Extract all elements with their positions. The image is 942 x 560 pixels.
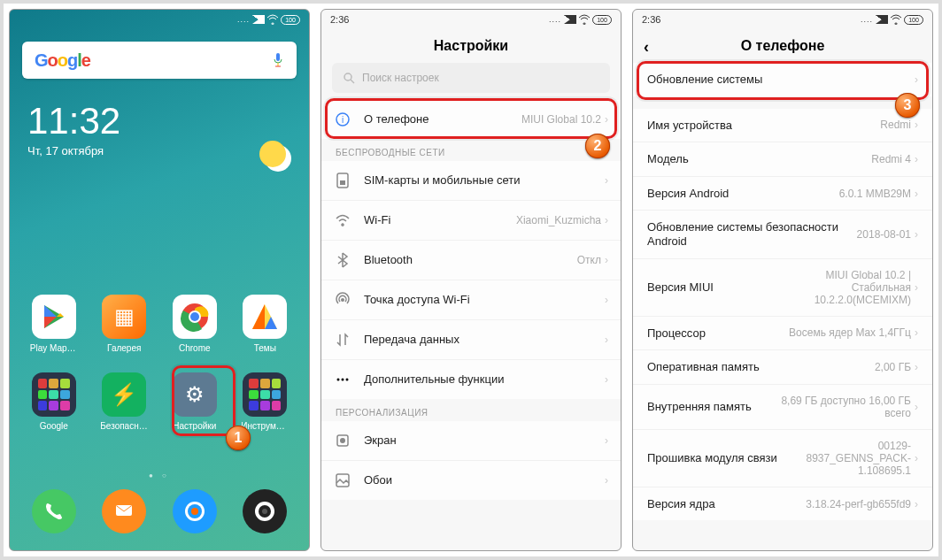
- settings-row[interactable]: Версия ядра3.18.24-perf-gb655fd9›: [633, 487, 932, 521]
- svg-point-22: [346, 379, 349, 381]
- app-dock[interactable]: [171, 489, 219, 538]
- row-label: Прошивка модуля связи: [647, 451, 778, 465]
- row-label: Дополнительные функции: [364, 372, 605, 387]
- chevron-right-icon: ›: [605, 254, 608, 266]
- app-Play Маркет[interactable]: Play Маркет: [30, 295, 78, 353]
- app-label: Безопасность: [100, 421, 148, 431]
- settings-row[interactable]: Wi-FiXiaomi_Kuzmicha›: [321, 200, 621, 240]
- settings-row[interactable]: Обновление системы безопасности Android2…: [633, 210, 932, 257]
- signal-dots-icon: ....: [237, 15, 250, 24]
- chevron-right-icon: ›: [915, 401, 918, 413]
- settings-row[interactable]: Передача данных›: [321, 319, 621, 359]
- row-label: Оперативная память: [647, 360, 875, 374]
- app-Google[interactable]: Google: [30, 372, 78, 431]
- hotspot-icon: [334, 291, 351, 309]
- row-value: 2018-08-01: [857, 228, 911, 241]
- settings-row[interactable]: Внутренняя память8,69 ГБ доступно 16,00 …: [633, 384, 932, 429]
- google-search-bar[interactable]: Google: [22, 42, 297, 79]
- app-Chrome[interactable]: Chrome: [171, 295, 219, 353]
- app-row-2: Google⚡Безопасность⚙НастройкиИнструменты: [10, 372, 309, 431]
- settings-row[interactable]: Дополнительные функции›: [321, 359, 621, 399]
- app-icon: [32, 295, 76, 339]
- highlight-settings: [172, 365, 236, 436]
- settings-row[interactable]: Прошивка модуля связи00129-8937_GENNS_PA…: [633, 429, 932, 487]
- mic-icon[interactable]: [272, 52, 284, 68]
- svg-rect-18: [340, 180, 345, 185]
- page-indicator: ● ○: [10, 472, 309, 479]
- settings-row[interactable]: SIM-карты и мобильные сети›: [321, 161, 621, 200]
- row-value: 8,69 ГБ доступно 16,00 ГБ всего: [778, 395, 911, 419]
- chevron-right-icon: ›: [605, 294, 608, 306]
- chevron-right-icon: ›: [915, 452, 918, 464]
- screen-icon: [334, 432, 351, 449]
- header-title: Настройки: [321, 29, 621, 63]
- chevron-right-icon: ›: [915, 326, 918, 339]
- settings-row[interactable]: Версия MIUIMIUI Global 10.2 | Стабильная…: [633, 258, 932, 316]
- settings-search[interactable]: Поиск настроек: [332, 63, 610, 93]
- app-dock[interactable]: [30, 489, 78, 538]
- svg-line-14: [351, 80, 354, 83]
- bt-icon: [334, 251, 351, 269]
- settings-row[interactable]: Оперативная память2,00 ГБ›: [633, 349, 932, 384]
- dock: [10, 489, 309, 538]
- svg-point-12: [262, 509, 267, 514]
- settings-row[interactable]: Версия Android6.0.1 MMB29M›: [633, 176, 932, 211]
- svg-point-19: [341, 298, 344, 302]
- app-Инструменты[interactable]: Инструменты: [241, 372, 289, 431]
- app-icon: [173, 295, 217, 339]
- search-placeholder: Поиск настроек: [362, 72, 439, 84]
- battery-icon: 100: [592, 15, 612, 25]
- row-value: Восемь ядер Max 1,4ГГц: [789, 326, 911, 339]
- highlight-about: [325, 98, 617, 139]
- wifi-icon: [891, 14, 901, 25]
- settings-row[interactable]: Точка доступа Wi-Fi›: [321, 280, 621, 319]
- app-icon: ⚡: [102, 372, 146, 417]
- chevron-right-icon: ›: [605, 373, 608, 386]
- chevron-right-icon: ›: [915, 281, 918, 294]
- app-label: Инструменты: [241, 421, 289, 431]
- app-dock[interactable]: [241, 489, 289, 538]
- settings-row[interactable]: Обои›: [321, 460, 621, 500]
- weather-widget[interactable]: [259, 141, 286, 167]
- signal-icon: [876, 15, 888, 24]
- app-Галерея[interactable]: ▦Галерея: [100, 295, 148, 353]
- sim-icon: [334, 172, 351, 189]
- settings-row[interactable]: Имя устройстваRedmi›: [633, 109, 932, 142]
- row-label: Процессор: [647, 326, 789, 341]
- chevron-right-icon: ›: [915, 188, 918, 200]
- chevron-right-icon: ›: [915, 361, 918, 373]
- chevron-right-icon: ›: [915, 119, 918, 131]
- back-button[interactable]: ‹: [644, 38, 649, 57]
- chevron-right-icon: ›: [605, 474, 608, 487]
- data-icon: [334, 331, 351, 349]
- app-Безопасность[interactable]: ⚡Безопасность: [100, 372, 148, 431]
- row-value: Xiaomi_Kuzmicha: [516, 214, 601, 226]
- wifi-icon: [267, 14, 278, 25]
- phone-about-screen: 2:36 .... 100 ‹ О телефоне Обновление си…: [632, 9, 933, 551]
- status-bar: 2:36 .... 100: [321, 10, 621, 29]
- svg-point-21: [342, 379, 344, 381]
- app-label: Chrome: [171, 343, 219, 353]
- row-label: Точка доступа Wi-Fi: [364, 293, 605, 307]
- about-list: Имя устройстваRedmi›МодельRedmi 4›Версия…: [633, 109, 932, 521]
- app-icon: [243, 295, 287, 339]
- app-icon: [243, 489, 287, 533]
- app-icon: [102, 489, 146, 533]
- signal-dots-icon: ....: [861, 15, 873, 24]
- app-icon: [32, 489, 76, 533]
- settings-row[interactable]: ПроцессорВосемь ядер Max 1,4ГГц›: [633, 316, 932, 350]
- app-label: Google: [30, 421, 78, 431]
- row-label: Передача данных: [364, 333, 605, 347]
- settings-row[interactable]: МодельRedmi 4›: [633, 142, 932, 176]
- status-bar: .... 100: [10, 10, 309, 29]
- signal-dots-icon: ....: [549, 15, 561, 24]
- app-Темы[interactable]: Темы: [241, 295, 289, 353]
- battery-icon: 100: [281, 15, 300, 25]
- search-icon: [343, 72, 355, 84]
- chevron-right-icon: ›: [605, 434, 608, 447]
- app-row-1: Play Маркет▦ГалереяChromeТемы: [10, 295, 309, 353]
- settings-row[interactable]: Экран›: [321, 421, 621, 460]
- app-dock[interactable]: [100, 489, 148, 538]
- row-value: MIUI Global 10.2 | Стабильная 10.2.2.0(M…: [778, 269, 911, 306]
- settings-row[interactable]: BluetoothОткл›: [321, 240, 621, 280]
